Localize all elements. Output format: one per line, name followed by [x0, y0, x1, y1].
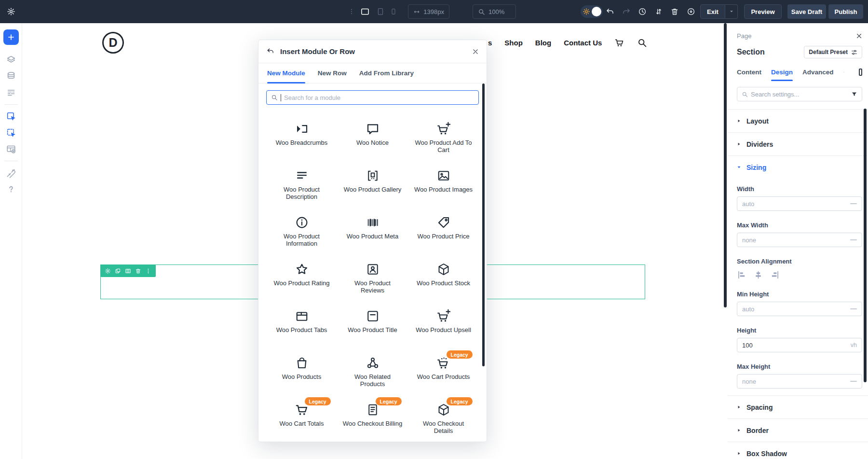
save-draft-button[interactable]: Save Draft: [787, 4, 826, 19]
back-arrow-icon[interactable]: [266, 47, 274, 56]
accordion-box-shadow[interactable]: Box Shadow: [727, 442, 868, 459]
sidebar-tools-icon[interactable]: [6, 167, 16, 178]
add-module-button[interactable]: [3, 29, 19, 45]
section-gear-icon[interactable]: [105, 268, 111, 274]
search-icon[interactable]: [637, 38, 647, 48]
more-options-kebab-icon[interactable]: [348, 7, 355, 16]
modal-tab-new-module[interactable]: New Module: [267, 63, 305, 83]
modal-close-icon[interactable]: [472, 48, 479, 55]
tablet-view-icon[interactable]: [376, 7, 385, 16]
portability-icon[interactable]: [687, 7, 695, 16]
input-width[interactable]: [742, 200, 847, 208]
section-duplicate-icon[interactable]: [115, 268, 121, 274]
module-item-woo-product-rating[interactable]: Woo Product Rating: [266, 255, 337, 302]
responsive-preview-icon[interactable]: [859, 69, 862, 76]
module-search-input[interactable]: [284, 94, 474, 101]
canvas-zoom-input[interactable]: 100%: [473, 4, 516, 19]
sidebar-database-icon[interactable]: [6, 71, 16, 82]
settings-search-box[interactable]: [737, 87, 862, 101]
module-item-woo-product-images[interactable]: Woo Product Images: [408, 161, 479, 208]
module-item-woo-product-description[interactable]: Woo Product Description: [266, 161, 337, 208]
panel-tab-advanced[interactable]: Advanced: [802, 63, 834, 81]
accordion-dividers[interactable]: Dividers: [727, 132, 868, 155]
nav-item[interactable]: Contact Us: [564, 39, 602, 47]
publish-button[interactable]: Publish: [828, 4, 863, 19]
accordion-spacing[interactable]: Spacing: [727, 395, 868, 418]
sidebar-pointer-icon[interactable]: [6, 111, 16, 122]
redo-icon[interactable]: [622, 7, 631, 16]
section-trash-icon[interactable]: [135, 268, 141, 274]
trash-icon[interactable]: [670, 7, 679, 16]
default-preset-button[interactable]: Default Preset: [804, 46, 862, 58]
align-right-icon[interactable]: [770, 270, 780, 280]
module-item-woo-product-reviews[interactable]: Woo Product Reviews: [337, 255, 408, 302]
accordion-border[interactable]: Border: [727, 418, 868, 442]
nav-item[interactable]: s: [488, 39, 492, 47]
module-item-woo-product-upsell[interactable]: Woo Product Upsell: [408, 302, 479, 348]
module-item-woo-related-products[interactable]: Woo Related Products: [337, 348, 408, 395]
modal-scrollbar[interactable]: [482, 83, 485, 366]
accordion-sizing[interactable]: Sizing: [727, 155, 868, 179]
exit-dropdown-caret[interactable]: [725, 4, 738, 19]
panel-tab-content[interactable]: Content: [737, 63, 761, 81]
panel-close-icon[interactable]: [856, 33, 862, 39]
phone-view-icon[interactable]: [390, 7, 397, 16]
sidebar-layers-icon[interactable]: [6, 55, 16, 65]
sidebar-pointer-alt-icon[interactable]: [6, 127, 16, 138]
module-item-woo-products[interactable]: Woo Products: [266, 348, 337, 395]
panel-scrollbar[interactable]: [864, 109, 867, 382]
module-item-woo-product-tabs[interactable]: Woo Product Tabs: [266, 302, 337, 348]
module-item-woo-checkout-billing[interactable]: Woo Checkout BillingLegacy: [337, 395, 408, 442]
settings-search-input[interactable]: [751, 91, 848, 98]
section-kebab-vertical-icon[interactable]: [145, 268, 151, 274]
input-min-height[interactable]: [742, 306, 847, 313]
module-item-woo-product-title[interactable]: Woo Product Title: [337, 302, 408, 348]
accordion-layout[interactable]: Layout: [727, 109, 868, 132]
module-item-woo-cart-products[interactable]: Woo Cart ProductsLegacy: [408, 348, 479, 395]
module-item-woo-product-price[interactable]: Woo Product Price: [408, 208, 479, 255]
nav-item[interactable]: Blog: [535, 39, 551, 47]
desktop-view-icon[interactable]: [360, 7, 370, 16]
module-item-woo-notice[interactable]: Woo Notice: [337, 114, 408, 161]
builder-settings-gear-icon[interactable]: [7, 7, 15, 16]
module-item-woo-breadcrumbs[interactable]: Woo Breadcrumbs: [266, 114, 337, 161]
align-center-icon[interactable]: [753, 270, 763, 280]
drag-handle-dash-icon[interactable]: [850, 239, 857, 240]
modal-tab-add-from-library[interactable]: Add From Library: [359, 63, 414, 83]
sidebar-help-icon[interactable]: [6, 184, 16, 195]
module-item-woo-product-add-to-cart[interactable]: Woo Product Add To Cart: [408, 114, 479, 161]
input-height[interactable]: [742, 342, 848, 349]
site-logo[interactable]: D: [102, 32, 124, 54]
interaction-mode-toggle[interactable]: [581, 5, 603, 18]
module-item-woo-product-stock[interactable]: Woo Product Stock: [408, 255, 479, 302]
input-max-height[interactable]: [742, 378, 847, 385]
module-item-woo-product-gallery[interactable]: Woo Product Gallery: [337, 161, 408, 208]
module-search-box[interactable]: [266, 90, 479, 105]
canvas-width-input[interactable]: 1398px: [408, 4, 449, 19]
module-item-woo-product-information[interactable]: Woo Product Information: [266, 208, 337, 255]
drag-handle-dash-icon[interactable]: [850, 381, 857, 382]
module-item-woo-checkout-details[interactable]: Woo Checkout DetailsLegacy: [408, 395, 479, 442]
modal-tab-new-row[interactable]: New Row: [318, 63, 347, 83]
sidebar-table-settings-icon[interactable]: [6, 144, 16, 154]
drag-handle-dash-icon[interactable]: [850, 203, 857, 204]
canvas-scrollbar[interactable]: [724, 23, 727, 307]
module-item-woo-cart-totals[interactable]: Woo Cart TotalsLegacy: [266, 395, 337, 442]
panel-tabs-caret-icon[interactable]: [843, 70, 844, 75]
preview-button[interactable]: Preview: [744, 4, 782, 19]
history-clock-icon[interactable]: [638, 7, 647, 16]
drag-handle-dash-icon[interactable]: [850, 308, 857, 309]
module-item-woo-product-meta[interactable]: Woo Product Meta: [337, 208, 408, 255]
cart-icon[interactable]: [614, 38, 624, 48]
undo-icon[interactable]: [606, 7, 614, 16]
sidebar-list-icon[interactable]: [6, 87, 16, 98]
sort-arrows-icon[interactable]: [654, 7, 663, 16]
exit-button[interactable]: Exit: [700, 4, 725, 19]
input-max-width[interactable]: [742, 236, 847, 244]
align-left-icon[interactable]: [737, 270, 747, 280]
filter-funnel-icon[interactable]: [851, 91, 857, 97]
accordion-label: Sizing: [746, 164, 766, 171]
nav-item[interactable]: Shop: [504, 39, 523, 47]
panel-tab-design[interactable]: Design: [771, 63, 793, 81]
section-columns-icon[interactable]: [125, 268, 131, 274]
